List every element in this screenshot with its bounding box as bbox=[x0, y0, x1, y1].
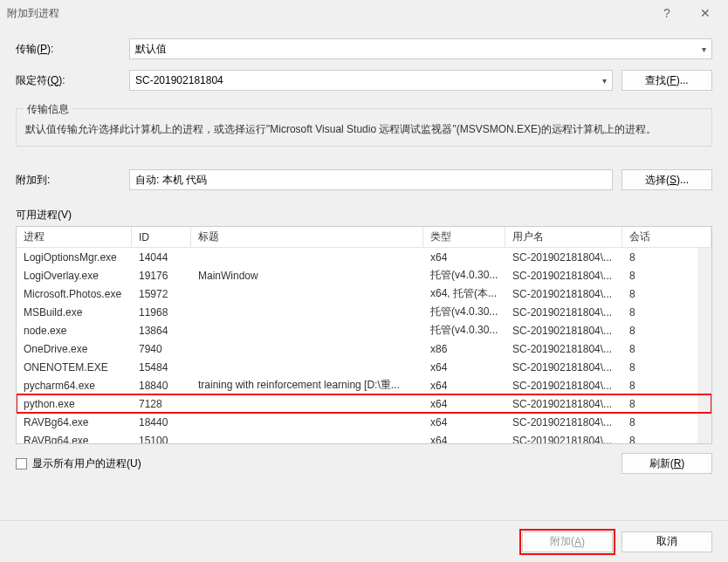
window-title: 附加到进程 bbox=[7, 6, 59, 21]
cell: SC-201902181804\... bbox=[505, 361, 622, 374]
attach-to-box: 自动: 本机 代码 bbox=[129, 169, 613, 190]
transport-row: 传输(P): 默认值 ▾ bbox=[16, 38, 712, 59]
table-row[interactable]: ONENOTEM.EXE15484x64SC-201902181804\...8 bbox=[17, 358, 711, 376]
cell: MainWindow bbox=[191, 270, 423, 282]
cancel-button[interactable]: 取消 bbox=[622, 531, 712, 552]
cell: 18440 bbox=[132, 416, 191, 428]
find-button[interactable]: 查找(F)... bbox=[622, 70, 712, 91]
process-list[interactable]: 进程 ID 标题 类型 用户名 会话 LogiOptionsMgr.exe140… bbox=[16, 226, 712, 444]
col-title[interactable]: 标题 bbox=[191, 227, 423, 247]
qualifier-row: 限定符(Q): SC-201902181804 ▾ 查找(F)... bbox=[16, 70, 712, 91]
cell: SC-201902181804\... bbox=[505, 325, 622, 337]
cell: SC-201902181804\... bbox=[505, 380, 622, 392]
transport-label: 传输(P): bbox=[16, 42, 120, 57]
show-all-label: 显示所有用户的进程(U) bbox=[32, 456, 141, 471]
chevron-down-icon: ▾ bbox=[702, 45, 706, 54]
chevron-down-icon: ▾ bbox=[602, 76, 607, 86]
table-row[interactable]: LogiOverlay.exe19176MainWindow托管(v4.0.30… bbox=[17, 266, 711, 284]
cell: 托管(v4.0.30... bbox=[423, 305, 505, 319]
info-text: 默认值传输允许选择此计算机上的进程，或选择运行"Microsoft Visual… bbox=[25, 121, 703, 137]
table-row[interactable]: LogiOptionsMgr.exe14044x64SC-20190218180… bbox=[17, 248, 711, 266]
cell: 7128 bbox=[132, 398, 191, 410]
col-id[interactable]: ID bbox=[132, 227, 191, 247]
cell: MSBuild.exe bbox=[17, 306, 132, 319]
col-process[interactable]: 进程 bbox=[17, 227, 132, 247]
list-header: 进程 ID 标题 类型 用户名 会话 bbox=[17, 227, 711, 248]
cell: SC-201902181804\... bbox=[505, 251, 622, 264]
cell: x64 bbox=[423, 398, 505, 410]
attach-to-label: 附加到: bbox=[16, 173, 120, 188]
cell: SC-201902181804\... bbox=[505, 288, 622, 300]
cell: x64 bbox=[423, 251, 505, 264]
cell: OneDrive.exe bbox=[17, 343, 132, 355]
cell: 19176 bbox=[132, 270, 191, 282]
cell: x64 bbox=[423, 361, 505, 374]
attach-to-value: 自动: 本机 代码 bbox=[135, 173, 207, 188]
list-body: LogiOptionsMgr.exe14044x64SC-20190218180… bbox=[17, 248, 711, 443]
transport-value: 默认值 bbox=[135, 42, 167, 57]
cell: Microsoft.Photos.exe bbox=[17, 288, 132, 300]
cell: 托管(v4.0.30... bbox=[423, 268, 505, 283]
title-bar: 附加到进程 ? ✕ bbox=[0, 0, 728, 26]
attach-button[interactable]: 附加(A) bbox=[522, 531, 613, 552]
refresh-button[interactable]: 刷新(R) bbox=[622, 453, 712, 474]
col-type[interactable]: 类型 bbox=[423, 227, 505, 247]
attach-to-row: 附加到: 自动: 本机 代码 选择(S)... bbox=[16, 169, 712, 190]
dialog-footer: 附加(A) 取消 bbox=[0, 520, 728, 562]
cell: x64 bbox=[423, 435, 505, 444]
close-button[interactable]: ✕ bbox=[686, 1, 725, 25]
attach-dialog: 附加到进程 ? ✕ 传输(P): 默认值 ▾ 限定符(Q): SC-201902… bbox=[0, 0, 728, 562]
cell: LogiOptionsMgr.exe bbox=[17, 251, 132, 264]
table-row[interactable]: MSBuild.exe11968托管(v4.0.30...SC-20190218… bbox=[17, 303, 711, 321]
qualifier-label: 限定符(Q): bbox=[16, 73, 120, 88]
table-row[interactable]: OneDrive.exe7940x86SC-201902181804\...8 bbox=[17, 339, 711, 358]
cell: 7940 bbox=[132, 343, 191, 355]
cell: node.exe bbox=[17, 325, 132, 337]
cell: x64 bbox=[423, 416, 505, 428]
table-row[interactable]: RAVBg64.exe15100x64SC-201902181804\...8 bbox=[17, 431, 711, 443]
cell: 15100 bbox=[132, 435, 191, 444]
cell: RAVBg64.exe bbox=[17, 435, 132, 444]
cell: SC-201902181804\... bbox=[505, 435, 622, 444]
cell: 15484 bbox=[132, 361, 191, 374]
cell: 11968 bbox=[132, 306, 191, 319]
cell: SC-201902181804\... bbox=[505, 343, 622, 355]
cell: x64 bbox=[423, 380, 505, 392]
transport-combo[interactable]: 默认值 ▾ bbox=[129, 38, 712, 59]
select-button[interactable]: 选择(S)... bbox=[622, 169, 712, 190]
transport-info-group: 传输信息 默认值传输允许选择此计算机上的进程，或选择运行"Microsoft V… bbox=[16, 108, 712, 147]
show-all-row: 显示所有用户的进程(U) 刷新(R) bbox=[16, 453, 712, 474]
cell: x64, 托管(本... bbox=[423, 286, 505, 301]
info-legend: 传输信息 bbox=[24, 102, 72, 117]
cell: SC-201902181804\... bbox=[505, 398, 622, 410]
col-user[interactable]: 用户名 bbox=[505, 227, 622, 247]
qualifier-combo[interactable]: SC-201902181804 ▾ bbox=[129, 70, 613, 91]
cell: SC-201902181804\... bbox=[505, 416, 622, 428]
show-all-checkbox[interactable] bbox=[16, 458, 27, 469]
cell: pycharm64.exe bbox=[17, 380, 132, 392]
cell: ONENOTEM.EXE bbox=[17, 361, 132, 374]
table-row[interactable]: RAVBg64.exe18440x64SC-201902181804\...8 bbox=[17, 413, 711, 431]
qualifier-value: SC-201902181804 bbox=[135, 74, 223, 86]
cell: x86 bbox=[423, 343, 505, 355]
scrollbar[interactable] bbox=[697, 248, 711, 443]
cell: LogiOverlay.exe bbox=[17, 270, 132, 282]
help-button[interactable]: ? bbox=[648, 1, 686, 25]
cell: training with reinforcement learning [D:… bbox=[191, 378, 423, 393]
cell: 8 bbox=[622, 398, 711, 410]
table-row[interactable]: python.exe7128x64SC-201902181804\...8 bbox=[17, 394, 711, 413]
cell: 托管(v4.0.30... bbox=[423, 323, 505, 338]
col-session[interactable]: 会话 bbox=[622, 227, 711, 247]
cell: 15972 bbox=[132, 288, 191, 300]
cell: RAVBg64.exe bbox=[17, 416, 132, 428]
cell: 13864 bbox=[132, 325, 191, 337]
cell: SC-201902181804\... bbox=[505, 270, 622, 282]
table-row[interactable]: node.exe13864托管(v4.0.30...SC-20190218180… bbox=[17, 321, 711, 339]
table-row[interactable]: pycharm64.exe18840training with reinforc… bbox=[17, 376, 711, 394]
cell: SC-201902181804\... bbox=[505, 306, 622, 319]
cell: 18840 bbox=[132, 380, 191, 392]
available-processes-label: 可用进程(V) bbox=[16, 208, 712, 223]
table-row[interactable]: Microsoft.Photos.exe15972x64, 托管(本...SC-… bbox=[17, 284, 711, 303]
cell: 14044 bbox=[132, 251, 191, 264]
cell: python.exe bbox=[17, 398, 132, 410]
